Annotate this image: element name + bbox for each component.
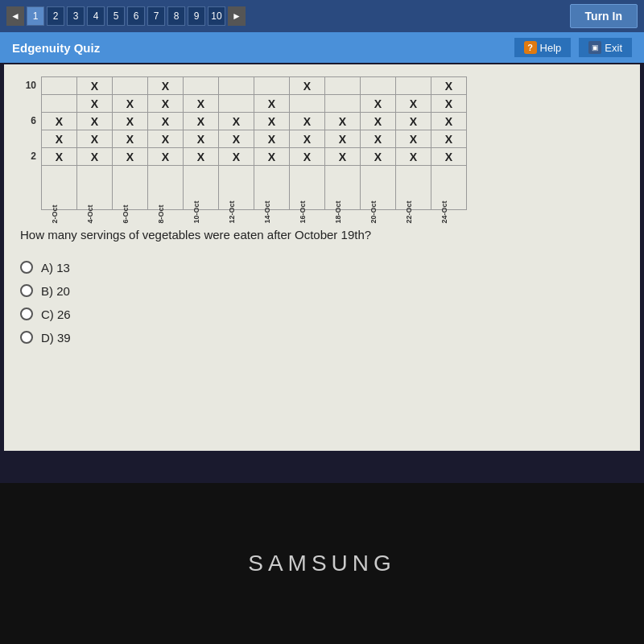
x-axis-label: 24-Oct <box>431 166 467 210</box>
chart-cell: X <box>290 77 325 95</box>
chart-cell: X <box>431 113 467 130</box>
chart-cell: X <box>77 77 113 95</box>
chart-cell: X <box>254 95 290 113</box>
radio-button[interactable] <box>20 261 33 274</box>
exit-button[interactable]: ▣ Exit <box>579 38 632 57</box>
question-number-10[interactable]: 10 <box>208 6 225 26</box>
top-navigation: ◄ 1 2 3 4 5 6 7 8 9 10 ► Turn In <box>0 0 644 32</box>
question-number-9[interactable]: 9 <box>188 6 205 26</box>
chart-cell <box>325 77 361 95</box>
radio-button[interactable] <box>20 284 33 297</box>
chart-data-row: XXXXXXXXXXXX <box>42 113 467 130</box>
chart-data-row: XXXXXXXXXXXX <box>42 130 467 148</box>
question-text: How many servings of vegetables were eat… <box>20 226 624 245</box>
help-icon: ? <box>524 41 537 54</box>
bottom-bezel: SAMSUNG <box>0 483 644 644</box>
next-question-button[interactable]: ► <box>228 6 246 26</box>
option-label: D) 39 <box>41 331 71 345</box>
chart-cell: X <box>325 130 361 148</box>
chart-cell: X <box>431 130 467 148</box>
samsung-logo: SAMSUNG <box>248 551 396 576</box>
x-axis-label: 6-Oct <box>113 166 148 210</box>
chart-cell <box>219 95 254 113</box>
x-axis-label: 20-Oct <box>361 166 396 210</box>
help-button[interactable]: ? Help <box>514 38 572 57</box>
x-axis-row: 2-Oct4-Oct6-Oct8-Oct10-Oct12-Oct14-Oct16… <box>42 166 467 210</box>
chart-cell: X <box>42 148 77 166</box>
chart-cell: X <box>325 148 361 166</box>
chart-cell: X <box>396 95 431 113</box>
y-axis-label: 10 <box>20 76 36 94</box>
chart-cell: X <box>148 130 184 148</box>
header-actions: ? Help ▣ Exit <box>514 38 632 57</box>
chart-cell <box>290 95 325 113</box>
chart-cell: X <box>325 113 361 130</box>
chart-cell: X <box>290 113 325 130</box>
chart-cell <box>396 77 431 95</box>
chart-cell: X <box>113 148 148 166</box>
question-number-7[interactable]: 7 <box>147 6 165 26</box>
quiz-title: Edgenuity Quiz <box>12 41 100 55</box>
dot-plot-table: XXXXXXXXXXXXXXXXXXXXXXXXXXXXXXXXXXXXXXXX… <box>41 76 467 210</box>
option-item-d[interactable]: D) 39 <box>20 331 624 345</box>
x-axis-label: 22-Oct <box>396 166 431 210</box>
chart-cell: X <box>77 95 113 113</box>
option-item-b[interactable]: B) 20 <box>20 284 624 298</box>
x-axis-label: 10-Oct <box>184 166 219 210</box>
radio-button[interactable] <box>20 331 33 344</box>
option-label: C) 26 <box>41 308 71 321</box>
chart-cell: X <box>361 95 396 113</box>
chart-cell: X <box>431 95 467 113</box>
option-label: B) 20 <box>41 284 70 298</box>
question-number-8[interactable]: 8 <box>167 6 185 26</box>
question-number-2[interactable]: 2 <box>47 6 64 26</box>
chart-cell: X <box>148 113 184 130</box>
chart-cell: X <box>184 113 219 130</box>
chart-cell: X <box>361 113 396 130</box>
chart-cell: X <box>431 148 467 166</box>
x-axis-label: 14-Oct <box>254 166 290 210</box>
chart-cell: X <box>113 130 148 148</box>
question-number-6[interactable]: 6 <box>127 6 145 26</box>
y-axis-label <box>20 94 36 112</box>
radio-button[interactable] <box>20 308 33 320</box>
chart-cell: X <box>254 148 290 166</box>
chart-cell: X <box>184 95 219 113</box>
chart-cell <box>325 95 361 113</box>
chart-cell: X <box>361 130 396 148</box>
option-item-a[interactable]: A) 13 <box>20 261 624 275</box>
y-axis-label: 6 <box>20 112 36 130</box>
turn-in-button[interactable]: Turn In <box>570 4 638 28</box>
question-nav: ◄ 1 2 3 4 5 6 7 8 9 10 ► <box>6 6 246 26</box>
question-number-5[interactable]: 5 <box>107 6 125 26</box>
y-axis: 1062 <box>20 76 36 165</box>
chart-cell <box>184 77 219 95</box>
chart-cell: X <box>396 130 431 148</box>
question-number-1[interactable]: 1 <box>27 6 44 26</box>
chart-cell: X <box>219 130 254 148</box>
chart-cell: X <box>148 148 184 166</box>
x-axis-label: 4-Oct <box>77 166 113 210</box>
chart-cell: X <box>77 130 113 148</box>
chart-cell: X <box>77 148 113 166</box>
chart-cell: X <box>42 130 77 148</box>
x-axis-label: 2-Oct <box>42 166 77 210</box>
chart-cell: X <box>219 113 254 130</box>
x-axis-label: 8-Oct <box>148 166 184 210</box>
option-item-c[interactable]: C) 26 <box>20 308 624 321</box>
question-number-3[interactable]: 3 <box>67 6 85 26</box>
chart-cell: X <box>431 77 467 95</box>
chart-cell: X <box>77 113 113 130</box>
dot-plot-wrapper: XXXXXXXXXXXXXXXXXXXXXXXXXXXXXXXXXXXXXXXX… <box>41 76 467 210</box>
x-axis-label: 18-Oct <box>325 166 361 210</box>
chart-cell: X <box>113 95 148 113</box>
chart-cell: X <box>184 130 219 148</box>
prev-question-button[interactable]: ◄ <box>6 6 24 26</box>
chart-cell <box>113 77 148 95</box>
main-content: 1062 XXXXXXXXXXXXXXXXXXXXXXXXXXXXXXXXXXX… <box>4 64 640 451</box>
chart-cell: X <box>42 113 77 130</box>
chart-cell: X <box>219 148 254 166</box>
x-axis-label: 16-Oct <box>290 166 325 210</box>
question-number-4[interactable]: 4 <box>87 6 105 26</box>
chart-cell <box>254 77 290 95</box>
